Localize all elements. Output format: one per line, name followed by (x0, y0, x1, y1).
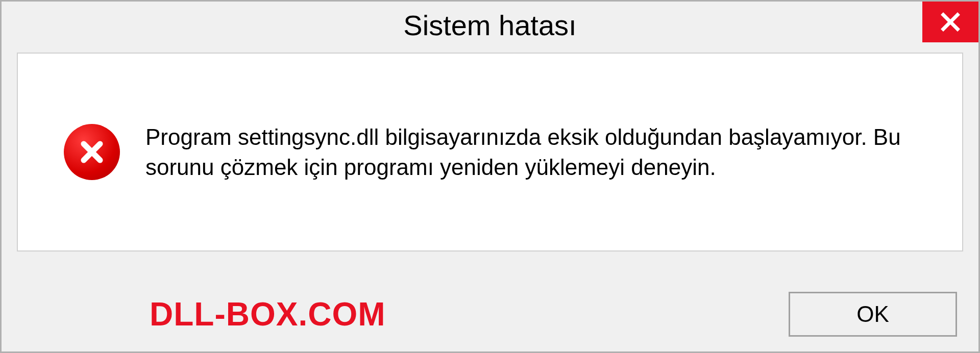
footer: DLL-BOX.COM OK (2, 291, 978, 337)
error-message: Program settingsync.dll bilgisayarınızda… (145, 122, 937, 183)
titlebar: Sistem hatası (2, 2, 978, 48)
watermark-text: DLL-BOX.COM (150, 295, 386, 333)
error-dialog: Sistem hatası Program settingsync.dll bi… (0, 0, 980, 353)
ok-button[interactable]: OK (789, 292, 957, 337)
close-button[interactable] (922, 2, 978, 42)
dialog-title: Sistem hatası (403, 9, 576, 42)
close-icon (940, 12, 961, 32)
error-icon-wrap (64, 124, 120, 180)
error-icon (64, 124, 120, 180)
content-panel: Program settingsync.dll bilgisayarınızda… (17, 53, 963, 251)
